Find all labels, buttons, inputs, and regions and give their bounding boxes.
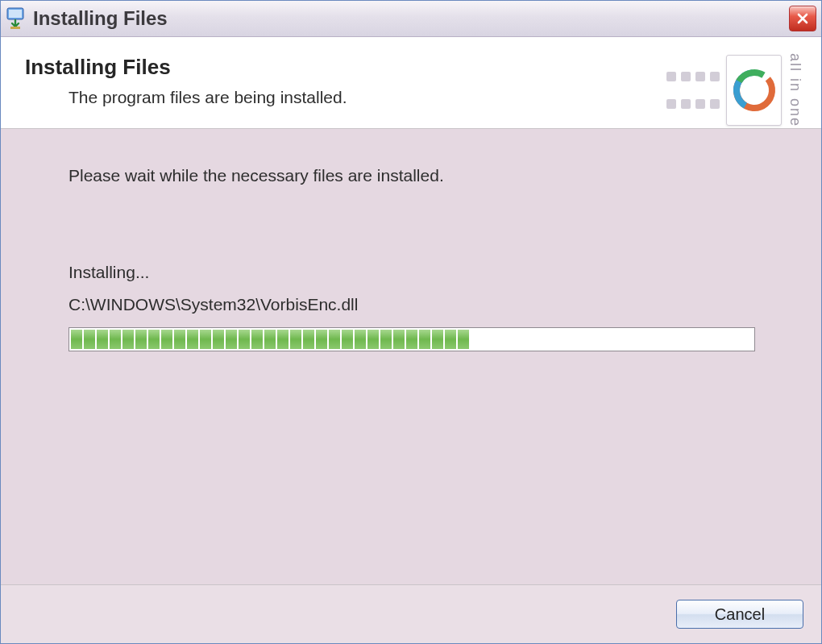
svg-rect-2 <box>10 27 20 29</box>
progress-segment <box>161 330 172 349</box>
progress-segment <box>355 330 366 349</box>
progress-segment <box>264 330 276 349</box>
close-icon <box>796 12 809 25</box>
progress-segment <box>432 330 443 349</box>
progress-segment <box>316 330 327 349</box>
progress-segment <box>110 330 121 349</box>
progress-segment <box>148 330 160 349</box>
progress-segment <box>71 330 82 349</box>
progress-segment <box>406 330 417 349</box>
wait-message: Please wait while the necessary files ar… <box>68 166 754 185</box>
footer-bar: Cancel <box>1 584 821 643</box>
progress-segment <box>135 330 147 349</box>
progress-segment <box>97 330 108 349</box>
progress-segment <box>187 330 198 349</box>
close-button[interactable] <box>789 6 816 31</box>
progress-segment <box>213 330 224 349</box>
brand-tagline: all in one <box>787 53 803 127</box>
film-strip-icon <box>666 72 720 109</box>
progress-segment <box>367 330 379 349</box>
progress-segment <box>290 330 301 349</box>
header-panel: Installing Files The program files are b… <box>1 37 821 129</box>
progress-segment <box>251 330 263 349</box>
progress-segment <box>174 330 185 349</box>
progress-segment <box>303 330 314 349</box>
installing-label: Installing... <box>68 263 754 282</box>
cancel-button[interactable]: Cancel <box>676 600 803 629</box>
installer-window: Installing Files Installing Files The pr… <box>0 0 822 644</box>
installer-icon <box>6 6 25 31</box>
progress-segment <box>277 330 289 349</box>
progress-segment <box>419 330 430 349</box>
progress-segment <box>458 330 469 349</box>
progress-segment <box>329 330 340 349</box>
current-file-path: C:\WINDOWS\System32\VorbisEnc.dll <box>68 295 754 314</box>
progress-segment <box>226 330 237 349</box>
progress-segment <box>122 330 134 349</box>
progress-bar <box>68 327 755 351</box>
progress-segment <box>393 330 405 349</box>
progress-segment <box>380 330 392 349</box>
progress-segment <box>342 330 353 349</box>
window-title: Installing Files <box>33 7 789 30</box>
svg-rect-1 <box>9 10 22 18</box>
brand-logo-icon <box>726 55 782 126</box>
title-bar: Installing Files <box>1 1 821 37</box>
brand-logo-area: all in one <box>666 48 803 132</box>
progress-segment <box>445 330 456 349</box>
progress-segment <box>239 330 250 349</box>
progress-segment <box>200 330 211 349</box>
progress-segment <box>84 330 95 349</box>
content-area: Please wait while the necessary files ar… <box>1 129 821 584</box>
